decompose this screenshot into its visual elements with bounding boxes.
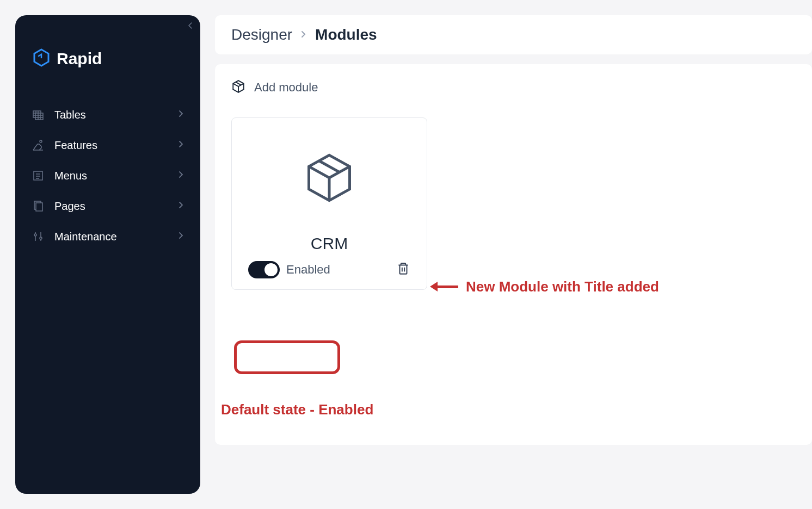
sidebar: Rapid Tables <box>15 15 200 494</box>
svg-point-10 <box>40 140 42 142</box>
module-card-crm[interactable]: CRM Enabled <box>231 117 427 290</box>
sidebar-item-label: Tables <box>54 109 86 121</box>
chevron-right-icon <box>179 231 184 242</box>
breadcrumb: Designer Modules <box>215 15 812 54</box>
trash-icon <box>396 262 410 276</box>
sidebar-item-label: Pages <box>54 200 85 213</box>
module-footer: Enabled <box>243 261 416 278</box>
enabled-toggle-group: Enabled <box>248 261 330 278</box>
sidebar-item-menus[interactable]: Menus <box>15 160 200 191</box>
main-content: Designer Modules Add module <box>215 15 812 445</box>
module-title: CRM <box>311 234 348 253</box>
svg-rect-5 <box>35 113 43 120</box>
logo[interactable]: Rapid <box>15 48 200 70</box>
sidebar-collapse-button[interactable] <box>187 22 193 32</box>
rapid-logo-icon <box>32 48 51 70</box>
sidebar-item-features[interactable]: Features <box>15 130 200 160</box>
chevron-right-icon <box>179 109 184 120</box>
content-panel: Add module CRM Enabled <box>215 64 812 445</box>
pages-icon <box>32 200 45 213</box>
features-icon <box>32 139 45 152</box>
sidebar-item-tables[interactable]: Tables <box>15 100 200 130</box>
chevron-right-icon <box>179 170 184 181</box>
svg-point-21 <box>40 237 42 239</box>
add-module-button[interactable]: Add module <box>231 79 796 96</box>
add-module-label: Add module <box>254 80 318 95</box>
breadcrumb-parent[interactable]: Designer <box>231 26 292 44</box>
delete-button[interactable] <box>396 262 410 278</box>
sidebar-item-pages[interactable]: Pages <box>15 191 200 221</box>
enabled-toggle[interactable] <box>248 261 280 278</box>
sidebar-item-label: Features <box>54 139 97 152</box>
breadcrumb-current: Modules <box>315 26 377 44</box>
chevron-right-icon <box>179 201 184 212</box>
toggle-knob <box>264 263 278 276</box>
menus-icon <box>32 169 45 182</box>
maintenance-icon <box>32 230 45 243</box>
tables-icon <box>32 108 45 121</box>
sidebar-item-maintenance[interactable]: Maintenance <box>15 221 200 252</box>
logo-text: Rapid <box>57 49 102 68</box>
svg-rect-17 <box>36 203 42 211</box>
chevron-right-icon <box>179 140 184 151</box>
sidebar-item-label: Menus <box>54 170 87 182</box>
chevron-right-icon <box>300 27 307 42</box>
package-icon <box>302 151 356 207</box>
sidebar-item-label: Maintenance <box>54 231 117 243</box>
package-icon <box>231 79 245 96</box>
toggle-label: Enabled <box>286 263 330 277</box>
svg-point-19 <box>34 234 36 236</box>
